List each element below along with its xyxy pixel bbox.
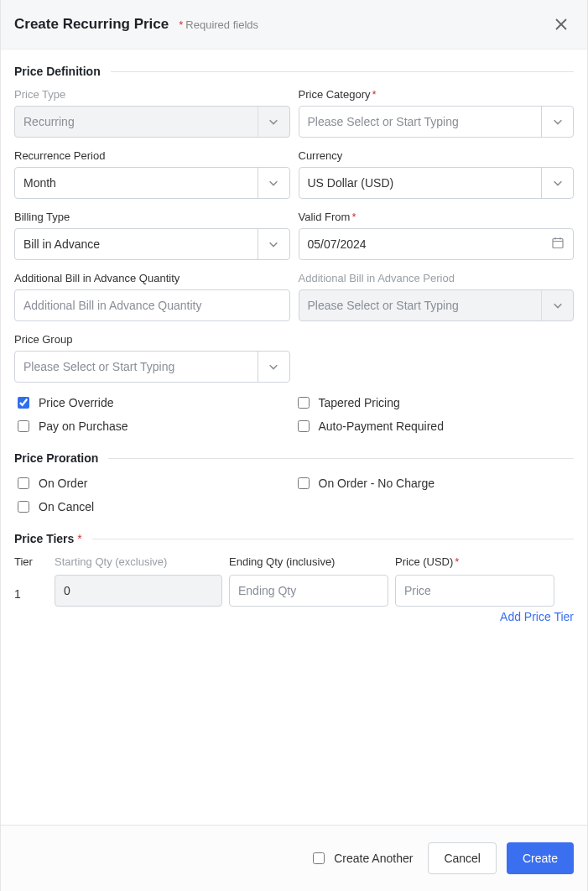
calendar-icon[interactable] — [551, 237, 565, 253]
col-header-tier: Tier — [14, 555, 48, 575]
input-start-qty-wrap — [55, 575, 222, 607]
price-tiers-table: Tier Starting Qty (exclusive) Ending Qty… — [14, 555, 574, 623]
section-title-definition: Price Definition — [14, 65, 574, 78]
label-currency: Currency — [299, 149, 575, 162]
check-pay-on-purchase[interactable]: Pay on Purchase — [14, 418, 294, 435]
select-billing-type[interactable]: Bill in Advance — [14, 228, 290, 260]
input-price-wrap — [395, 575, 554, 607]
chevron-down-icon — [258, 352, 289, 382]
check-on-order[interactable]: On Order — [14, 475, 294, 492]
select-currency-value: US Dollar (USD) — [308, 176, 542, 190]
asterisk-icon: * — [455, 555, 459, 568]
input-end-qty-wrap — [229, 575, 388, 607]
field-add-bia-qty: Additional Bill in Advance Quantity — [14, 272, 290, 321]
field-price-category: Price Category* Please Select or Start T… — [299, 88, 575, 138]
spacer — [299, 333, 575, 383]
modal-header: Create Recurring Price *Required fields — [1, 0, 587, 50]
check-price-override[interactable]: Price Override — [14, 394, 294, 411]
input-end-qty[interactable] — [238, 576, 379, 606]
create-button[interactable]: Create — [507, 842, 574, 874]
close-button[interactable] — [549, 12, 574, 37]
asterisk-icon: * — [372, 88, 376, 101]
checkbox-pay-on-purchase[interactable] — [18, 420, 29, 432]
input-price[interactable] — [404, 576, 545, 606]
input-valid-from-wrap — [299, 228, 575, 260]
select-price-type[interactable]: Recurring — [14, 106, 290, 138]
modal-title: Create Recurring Price — [14, 16, 169, 33]
checkbox-auto-payment-required[interactable] — [298, 420, 310, 432]
field-currency: Currency US Dollar (USD) — [299, 149, 575, 199]
select-price-group-placeholder: Please Select or Start Typing — [23, 360, 258, 373]
section-title-tiers: Price Tiers* — [14, 532, 574, 545]
title-wrap: Create Recurring Price *Required fields — [14, 16, 258, 33]
field-recurrence-period: Recurrence Period Month — [14, 149, 290, 199]
asterisk-icon: * — [179, 18, 183, 31]
label-valid-from: Valid From* — [299, 211, 575, 223]
checkbox-tapered-pricing[interactable] — [298, 397, 310, 409]
required-fields-note: *Required fields — [179, 18, 258, 31]
chevron-down-icon — [258, 168, 289, 198]
select-currency[interactable]: US Dollar (USD) — [299, 167, 575, 199]
label-price-type: Price Type — [14, 88, 290, 101]
modal-footer: Create Another Cancel Create — [1, 825, 587, 891]
check-on-cancel[interactable]: On Cancel — [14, 498, 294, 515]
field-price-group: Price Group Please Select or Start Typin… — [14, 333, 290, 383]
add-price-tier-wrap: Add Price Tier — [14, 610, 574, 623]
checkbox-on-order[interactable] — [18, 477, 29, 489]
checkbox-create-another[interactable] — [313, 852, 325, 864]
checkbox-on-order-no-charge[interactable] — [298, 477, 310, 489]
create-recurring-price-modal: Create Recurring Price *Required fields … — [0, 0, 588, 891]
chevron-down-icon — [541, 107, 573, 137]
field-valid-from: Valid From* — [299, 211, 575, 260]
col-header-price: Price (USD)* — [395, 555, 554, 575]
check-tapered-pricing[interactable]: Tapered Pricing — [294, 394, 575, 411]
tier-number: 1 — [14, 581, 48, 601]
input-add-bia-qty[interactable] — [23, 290, 281, 320]
label-add-bia-qty: Additional Bill in Advance Quantity — [14, 272, 290, 284]
select-price-type-value: Recurring — [23, 115, 258, 128]
asterisk-icon: * — [77, 532, 81, 545]
price-tiers-header: Tier Starting Qty (exclusive) Ending Qty… — [14, 555, 574, 575]
select-price-category-placeholder: Please Select or Start Typing — [308, 115, 542, 128]
input-start-qty — [64, 576, 213, 606]
field-price-type: Price Type Recurring — [14, 88, 290, 138]
check-create-another[interactable]: Create Another — [310, 850, 413, 867]
close-icon — [554, 18, 568, 31]
label-add-bia-period: Additional Bill in Advance Period — [299, 272, 575, 284]
select-billing-type-value: Bill in Advance — [23, 237, 258, 251]
checkbox-on-cancel[interactable] — [18, 501, 29, 513]
chevron-down-icon — [541, 168, 573, 198]
chevron-down-icon — [258, 229, 289, 259]
label-billing-type: Billing Type — [14, 211, 290, 223]
cancel-button[interactable]: Cancel — [428, 842, 497, 874]
label-price-category: Price Category* — [299, 88, 575, 101]
field-add-bia-period: Additional Bill in Advance Period Please… — [299, 272, 575, 321]
price-tier-row: 1 — [14, 575, 574, 607]
svg-rect-2 — [553, 239, 563, 248]
chevron-down-icon — [258, 107, 289, 137]
col-header-start-qty: Starting Qty (exclusive) — [55, 555, 222, 575]
select-price-category[interactable]: Please Select or Start Typing — [299, 106, 575, 138]
asterisk-icon: * — [351, 211, 356, 223]
select-price-group[interactable]: Please Select or Start Typing — [14, 351, 290, 383]
check-on-order-no-charge[interactable]: On Order - No Charge — [294, 475, 575, 492]
input-add-bia-qty-wrap — [14, 289, 290, 321]
select-add-bia-period-placeholder: Please Select or Start Typing — [308, 299, 542, 312]
section-title-proration: Price Proration — [14, 451, 574, 465]
select-add-bia-period[interactable]: Please Select or Start Typing — [299, 289, 575, 321]
select-recurrence-period[interactable]: Month — [14, 167, 290, 199]
checkbox-price-override[interactable] — [18, 397, 29, 409]
modal-body: Price Definition Price Type Recurring Pr… — [1, 50, 587, 825]
field-billing-type: Billing Type Bill in Advance — [14, 211, 290, 260]
label-recurrence-period: Recurrence Period — [14, 149, 290, 162]
check-auto-payment-required[interactable]: Auto-Payment Required — [294, 418, 575, 435]
input-valid-from[interactable] — [308, 229, 565, 259]
add-price-tier-link[interactable]: Add Price Tier — [500, 610, 574, 623]
col-header-end-qty: Ending Qty (inclusive) — [229, 555, 388, 575]
chevron-down-icon — [541, 290, 573, 320]
select-recurrence-period-value: Month — [23, 176, 258, 190]
label-price-group: Price Group — [14, 333, 290, 346]
